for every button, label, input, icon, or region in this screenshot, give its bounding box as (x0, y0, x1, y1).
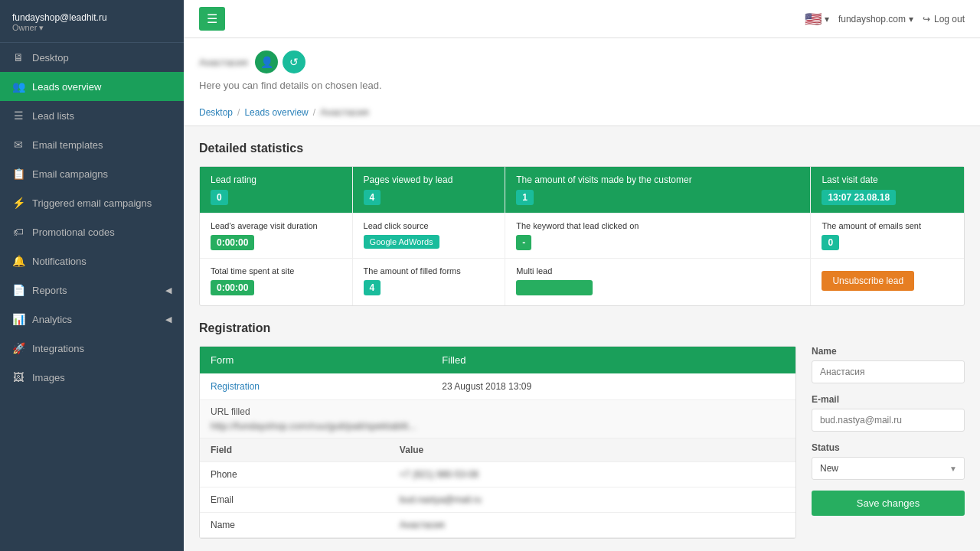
sidebar-item-triggered-email-campaigns[interactable]: ⚡ Triggered email campaigns (0, 188, 184, 217)
unsubscribe-button[interactable]: Unsubscribe lead (822, 271, 914, 291)
fields-header-row: Field Value (200, 439, 795, 462)
nav-label-email-campaigns: Email campaigns (32, 168, 108, 180)
nav-label-triggered-email-campaigns: Triggered email campaigns (32, 197, 152, 209)
sidebar-item-images[interactable]: 🖼 Images (0, 363, 184, 392)
sidebar-nav: 🖥 Desktop 👥 Leads overview ☰ Lead lists … (0, 43, 184, 551)
topbar-right: 🇺🇸 ▾ fundayshop.com ▾ ↪ Log out (805, 11, 965, 28)
registration-table: Form Filled Registration 23 August 2018 … (200, 347, 795, 399)
field-value-name: Анастасия (389, 513, 795, 538)
sidebar-item-integrations[interactable]: 🚀 Integrations (0, 334, 184, 363)
sidebar-item-desktop[interactable]: 🖥 Desktop (0, 43, 184, 72)
filled-forms-badge: 4 (364, 280, 381, 295)
breadcrumb: Desktop / Leads overview / Анастасия (199, 99, 965, 126)
url-filled-section: URL filled http://fundayshop.com/ruu/gui… (200, 399, 795, 438)
nav-label-desktop: Desktop (32, 52, 69, 64)
stat-unsubscribe: Unsubscribe lead (811, 259, 964, 305)
field-col-field: Field (200, 439, 389, 462)
field-value-phone: +7 (921) 980-53-08 (389, 462, 795, 487)
detailed-statistics-title: Detailed statistics (199, 142, 965, 155)
reg-table-wrapper: Form Filled Registration 23 August 2018 … (199, 346, 796, 539)
nav-icon-leads-overview: 👥 (12, 80, 24, 93)
nav-icon-reports: 📄 (12, 284, 24, 296)
field-value-email: bud.nastya@mail.ru (389, 487, 795, 513)
main-container: ☰ 🇺🇸 ▾ fundayshop.com ▾ ↪ Log out Анаста… (184, 0, 980, 551)
domain-text: fundayshop.com (838, 14, 906, 24)
stat-visits: The amount of visits made by the custome… (505, 167, 811, 213)
status-field-group: Status New Contacted Qualified Lost (812, 442, 965, 480)
stat-multi-lead: Multi lead (505, 259, 811, 305)
nav-icon-images: 🖼 (12, 371, 24, 383)
stats-row-3: Total time spent at site 0:00:00 The amo… (200, 259, 964, 305)
nav-arrow-reports: ◀ (165, 285, 172, 295)
field-col-value: Value (389, 439, 795, 462)
nav-icon-notifications: 🔔 (12, 255, 24, 267)
sidebar-item-analytics[interactable]: 📊 Analytics ◀ (0, 305, 184, 334)
registration-main: Form Filled Registration 23 August 2018 … (199, 346, 796, 539)
breadcrumb-current: Анастасия (320, 106, 368, 118)
sidebar-item-leads-overview[interactable]: 👥 Leads overview (0, 72, 184, 101)
status-label: Status (812, 442, 965, 453)
sidebar-item-notifications[interactable]: 🔔 Notifications (0, 246, 184, 276)
stat-total-time: Total time spent at site 0:00:00 (200, 259, 353, 305)
name-input[interactable] (812, 360, 965, 383)
nav-label-integrations: Integrations (32, 343, 84, 354)
reg-form-link[interactable]: Registration (211, 381, 260, 392)
field-row-phone: Phone +7 (921) 980-53-08 (200, 462, 795, 487)
email-input[interactable] (812, 409, 965, 432)
page-header-top: Анастасия 👤 ↺ (199, 51, 965, 73)
sidebar-item-email-templates[interactable]: ✉ Email templates (0, 130, 184, 159)
lead-rating-badge: 0 (211, 190, 228, 205)
language-selector[interactable]: 🇺🇸 ▾ (805, 11, 829, 28)
menu-button[interactable]: ☰ (199, 7, 225, 31)
nav-label-lead-lists: Lead lists (32, 110, 74, 122)
breadcrumb-leads-overview[interactable]: Leads overview (244, 107, 308, 118)
sidebar-item-lead-lists[interactable]: ☰ Lead lists (0, 101, 184, 130)
stat-click-source: Lead click source Google AdWords (353, 214, 506, 258)
name-label: Name (812, 346, 965, 357)
status-select[interactable]: New Contacted Qualified Lost (812, 457, 965, 480)
status-select-wrapper: New Contacted Qualified Lost (812, 457, 965, 480)
sidebar-item-email-campaigns[interactable]: 📋 Email campaigns (0, 159, 184, 188)
lead-history-icon[interactable]: ↺ (283, 51, 305, 73)
fields-table: Field Value Phone +7 (921) 980-53-08 (200, 438, 795, 538)
stats-row-2: Lead's average visit duration 0:00:00 Le… (200, 214, 964, 259)
lead-profile-icon[interactable]: 👤 (255, 51, 278, 73)
name-field-group: Name (812, 346, 965, 383)
url-filled-label: URL filled (211, 406, 785, 417)
reg-table-header-row: Form Filled (200, 347, 795, 373)
stat-last-visit: Last visit date 13:07 23.08.18 (811, 167, 964, 213)
topbar: ☰ 🇺🇸 ▾ fundayshop.com ▾ ↪ Log out (184, 0, 980, 38)
domain-selector[interactable]: fundayshop.com ▾ (838, 14, 913, 24)
field-row-email: Email bud.nastya@mail.ru (200, 487, 795, 513)
logout-label: Log out (934, 14, 965, 24)
sidebar-item-reports[interactable]: 📄 Reports ◀ (0, 276, 184, 305)
user-email: fundayshop@leadhit.ru (12, 12, 172, 23)
nav-label-email-templates: Email templates (32, 139, 103, 151)
nav-label-analytics: Analytics (32, 314, 72, 325)
reg-form-name: Registration (200, 373, 431, 399)
reg-filled-date: 23 August 2018 13:09 (431, 373, 795, 399)
logout-button[interactable]: ↪ Log out (923, 14, 965, 24)
stat-pages-viewed: Pages viewed by lead 4 (353, 167, 506, 213)
page-content: Detailed statistics Lead rating 0 Pages … (184, 126, 980, 551)
nav-icon-integrations: 🚀 (12, 342, 24, 354)
save-changes-button[interactable]: Save changes (812, 491, 965, 516)
pages-viewed-badge: 4 (364, 190, 381, 205)
reg-col-filled: Filled (431, 347, 795, 373)
keyword-badge: - (516, 235, 531, 250)
nav-label-leads-overview: Leads overview (32, 81, 101, 93)
email-label: E-mail (812, 394, 965, 405)
sidebar-item-promotional-codes[interactable]: 🏷 Promotional codes (0, 217, 184, 246)
visits-badge: 1 (516, 190, 534, 205)
user-role: Owner ▾ (12, 23, 172, 33)
field-label-phone: Phone (200, 462, 389, 487)
stats-row-1: Lead rating 0 Pages viewed by lead 4 The… (200, 167, 964, 214)
breadcrumb-desktop[interactable]: Desktop (199, 107, 233, 118)
last-visit-badge: 13:07 23.08.18 (822, 190, 896, 205)
nav-icon-promotional-codes: 🏷 (12, 226, 24, 238)
url-value: http://fundayshop.com/ruu/guit/pait/spek… (211, 420, 785, 432)
page-header: Анастасия 👤 ↺ Here you can find details … (184, 38, 980, 126)
multi-lead-indicator (516, 280, 593, 295)
stat-keyword: The keyword that lead clicked on - (505, 214, 811, 258)
nav-label-promotional-codes: Promotional codes (32, 227, 115, 238)
